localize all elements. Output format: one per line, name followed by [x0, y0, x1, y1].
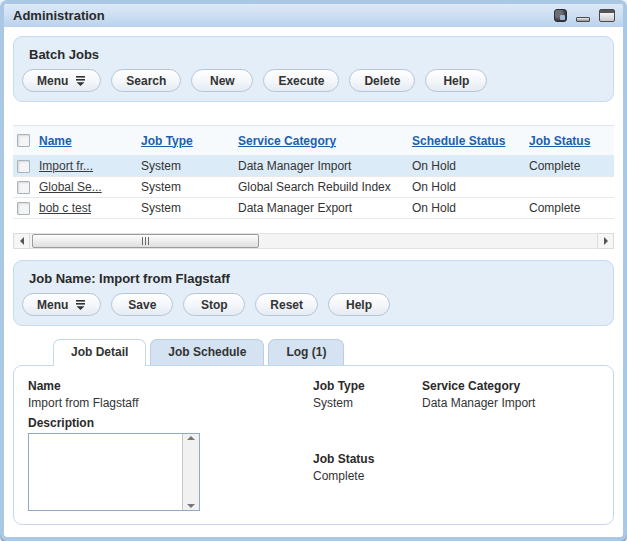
row-checkbox[interactable]	[17, 160, 30, 173]
table-row[interactable]: Global Se... System Global Search Rebuil…	[13, 177, 614, 198]
maximize-icon[interactable]	[599, 9, 615, 22]
description-textarea[interactable]	[28, 433, 200, 511]
scroll-down-icon[interactable]	[187, 504, 195, 508]
job-status-label: Job Status	[313, 452, 408, 466]
menu-dropdown-icon	[75, 300, 86, 310]
menu-button[interactable]: Menu	[22, 69, 101, 92]
window-content: Batch Jobs Menu Search New Execute Delet…	[4, 27, 623, 525]
menu-dropdown-icon	[75, 76, 86, 86]
batch-jobs-title: Batch Jobs	[29, 47, 605, 62]
schedule-status-cell: On Hold	[412, 201, 529, 215]
tab-job-detail[interactable]: Job Detail	[53, 339, 146, 366]
scrollbar-grip-icon	[141, 237, 150, 245]
help-button[interactable]: Help	[328, 293, 390, 316]
job-type-value: System	[313, 396, 408, 410]
scroll-left-button[interactable]	[13, 233, 30, 249]
scrollbar-track[interactable]	[30, 233, 597, 249]
service-category-label: Service Category	[422, 379, 599, 393]
detach-window-icon[interactable]	[554, 9, 567, 22]
table-row[interactable]: bob c test System Data Manager Export On…	[13, 198, 614, 219]
batch-jobs-panel: Batch Jobs Menu Search New Execute Delet…	[13, 36, 614, 102]
search-button[interactable]: Search	[111, 69, 181, 92]
horizontal-scrollbar[interactable]	[13, 233, 614, 249]
minimize-icon[interactable]	[576, 17, 590, 22]
job-name-link[interactable]: Import fr...	[39, 159, 93, 173]
job-detail-panel: Name Import from Flagstaff Description J…	[13, 365, 614, 525]
select-all-checkbox[interactable]	[17, 134, 30, 147]
job-name-panel: Job Name: Import from Flagstaff Menu Sav…	[13, 260, 614, 326]
textarea-scrollbar[interactable]	[182, 434, 199, 510]
job-name-link[interactable]: bob c test	[39, 201, 91, 215]
save-button[interactable]: Save	[111, 293, 173, 316]
menu-button-label: Menu	[37, 74, 68, 88]
schedule-status-cell: On Hold	[412, 180, 529, 194]
service-category-cell: Global Search Rebuild Index	[238, 180, 412, 194]
detail-column-left: Name Import from Flagstaff Description	[28, 379, 313, 511]
delete-button[interactable]: Delete	[349, 69, 415, 92]
stop-button[interactable]: Stop	[183, 293, 245, 316]
service-category-cell: Data Manager Export	[238, 201, 412, 215]
new-button[interactable]: New	[191, 69, 253, 92]
job-type-cell: System	[141, 159, 238, 173]
description-label: Description	[28, 416, 313, 430]
help-button[interactable]: Help	[425, 69, 487, 92]
job-status-cell: Complete	[529, 159, 614, 173]
row-checkbox[interactable]	[17, 202, 30, 215]
scroll-up-icon[interactable]	[187, 436, 195, 440]
job-status-value: Complete	[313, 469, 408, 483]
administration-window: Administration Batch Jobs Menu Search	[0, 0, 627, 541]
titlebar: Administration	[4, 4, 623, 27]
name-value: Import from Flagstaff	[28, 396, 313, 410]
column-header-job-status[interactable]: Job Status	[529, 134, 590, 148]
job-type-cell: System	[141, 201, 238, 215]
column-header-service-category[interactable]: Service Category	[238, 134, 336, 148]
name-label: Name	[28, 379, 313, 393]
job-type-cell: System	[141, 180, 238, 194]
service-category-cell: Data Manager Import	[238, 159, 412, 173]
table-header-row: Name Job Type Service Category Schedule …	[13, 125, 614, 156]
scrollbar-thumb[interactable]	[32, 234, 259, 248]
job-status-cell: Complete	[529, 201, 614, 215]
service-category-value: Data Manager Import	[422, 396, 599, 410]
menu-button-label: Menu	[37, 298, 68, 312]
column-header-job-type[interactable]: Job Type	[141, 134, 193, 148]
job-name-link[interactable]: Global Se...	[39, 180, 102, 194]
column-header-name[interactable]: Name	[39, 134, 72, 148]
job-name-title: Job Name: Import from Flagstaff	[29, 271, 605, 286]
jobs-table: Name Job Type Service Category Schedule …	[13, 125, 614, 249]
scroll-right-button[interactable]	[597, 233, 614, 249]
tab-job-schedule[interactable]: Job Schedule	[150, 339, 264, 365]
batch-jobs-toolbar: Menu Search New Execute Delete Help	[22, 69, 605, 92]
menu-button[interactable]: Menu	[22, 293, 101, 316]
detail-tabs: Job Detail Job Schedule Log (1)	[53, 339, 614, 365]
scroll-left-icon	[20, 237, 24, 245]
description-text[interactable]	[29, 434, 182, 510]
reset-button[interactable]: Reset	[255, 293, 318, 316]
job-toolbar: Menu Save Stop Reset Help	[22, 293, 605, 316]
execute-button[interactable]: Execute	[263, 69, 339, 92]
row-checkbox[interactable]	[17, 181, 30, 194]
table-row[interactable]: Import fr... System Data Manager Import …	[13, 156, 614, 177]
schedule-status-cell: On Hold	[412, 159, 529, 173]
detail-column-right: Service Category Data Manager Import	[422, 379, 599, 511]
scroll-right-icon	[604, 237, 608, 245]
table-filler	[13, 219, 614, 228]
job-type-label: Job Type	[313, 379, 408, 393]
window-title: Administration	[13, 8, 554, 23]
detail-column-middle: Job Type System Job Status Complete	[313, 379, 408, 511]
column-header-schedule-status[interactable]: Schedule Status	[412, 134, 505, 148]
tab-log[interactable]: Log (1)	[268, 339, 344, 365]
